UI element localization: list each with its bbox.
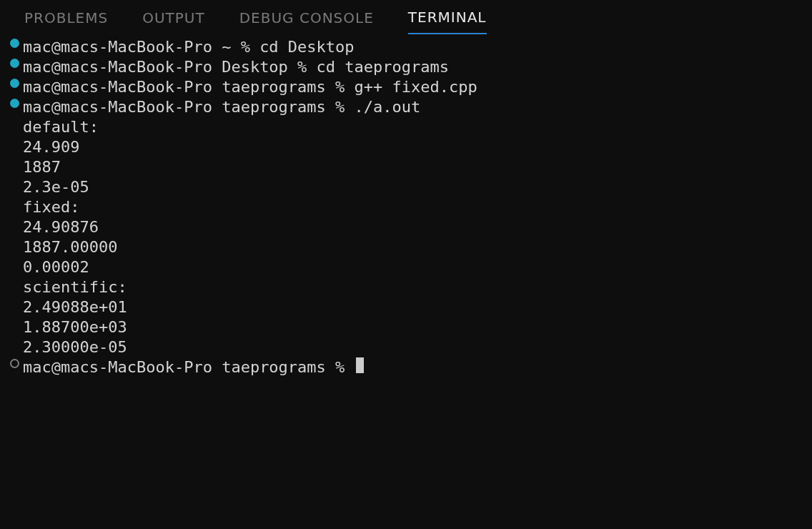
terminal-cursor xyxy=(356,357,364,373)
terminal-text: mac@macs-MacBook-Pro ~ % cd Desktop xyxy=(23,37,355,57)
terminal-line: 2.3e-05 xyxy=(6,177,812,197)
terminal-line: default: xyxy=(6,117,812,137)
terminal-text: 2.49088e+01 xyxy=(23,297,127,317)
panel-tabs: PROBLEMS OUTPUT DEBUG CONSOLE TERMINAL xyxy=(0,0,812,34)
dot-icon xyxy=(10,39,19,48)
tab-debug-console[interactable]: DEBUG CONSOLE xyxy=(239,1,374,34)
terminal-line: 0.00002 xyxy=(6,257,812,277)
terminal-line: mac@macs-MacBook-Pro Desktop % cd taepro… xyxy=(6,57,812,77)
terminal-text: 1887 xyxy=(23,157,61,177)
terminal-text: 2.30000e-05 xyxy=(23,337,127,357)
ring-icon xyxy=(10,359,19,368)
terminal-line: mac@macs-MacBook-Pro taeprograms % g++ f… xyxy=(6,77,812,97)
terminal-text: fixed: xyxy=(23,197,79,217)
dot-icon xyxy=(10,99,19,108)
terminal-line: 24.90876 xyxy=(6,217,812,237)
line-marker-prompt-icon xyxy=(6,359,23,368)
terminal-text: mac@macs-MacBook-Pro Desktop % cd taepro… xyxy=(23,57,449,77)
terminal-text: 24.909 xyxy=(23,137,79,157)
tab-problems[interactable]: PROBLEMS xyxy=(24,1,108,34)
terminal-text: 24.90876 xyxy=(23,217,99,237)
line-marker-success-icon xyxy=(6,39,23,48)
terminal-text: 0.00002 xyxy=(23,257,89,277)
terminal-line: 1887.00000 xyxy=(6,237,812,257)
terminal-line: 1.88700e+03 xyxy=(6,317,812,337)
terminal-text: mac@macs-MacBook-Pro taeprograms % g++ f… xyxy=(23,77,477,97)
terminal-output[interactable]: mac@macs-MacBook-Pro ~ % cd Desktopmac@m… xyxy=(0,34,812,377)
line-marker-success-icon xyxy=(6,99,23,108)
terminal-text: mac@macs-MacBook-Pro taeprograms % xyxy=(23,357,355,377)
line-marker-success-icon xyxy=(6,59,23,68)
terminal-text: 2.3e-05 xyxy=(23,177,89,197)
terminal-line: 2.49088e+01 xyxy=(6,297,812,317)
terminal-line: mac@macs-MacBook-Pro ~ % cd Desktop xyxy=(6,37,812,57)
tab-output[interactable]: OUTPUT xyxy=(142,1,205,34)
terminal-text: scientific: xyxy=(23,277,127,297)
terminal-line: 24.909 xyxy=(6,137,812,157)
terminal-line: scientific: xyxy=(6,277,812,297)
terminal-line: 1887 xyxy=(6,157,812,177)
tab-terminal[interactable]: TERMINAL xyxy=(408,0,487,34)
terminal-line: fixed: xyxy=(6,197,812,217)
dot-icon xyxy=(10,59,19,68)
dot-icon xyxy=(10,79,19,88)
terminal-line: mac@macs-MacBook-Pro taeprograms % ./a.o… xyxy=(6,97,812,117)
terminal-text: default: xyxy=(23,117,99,137)
terminal-text: 1887.00000 xyxy=(23,237,117,257)
terminal-text: mac@macs-MacBook-Pro taeprograms % ./a.o… xyxy=(23,97,420,117)
line-marker-success-icon xyxy=(6,79,23,88)
terminal-line: 2.30000e-05 xyxy=(6,337,812,357)
terminal-line: mac@macs-MacBook-Pro taeprograms % xyxy=(6,357,812,377)
terminal-text: 1.88700e+03 xyxy=(23,317,127,337)
